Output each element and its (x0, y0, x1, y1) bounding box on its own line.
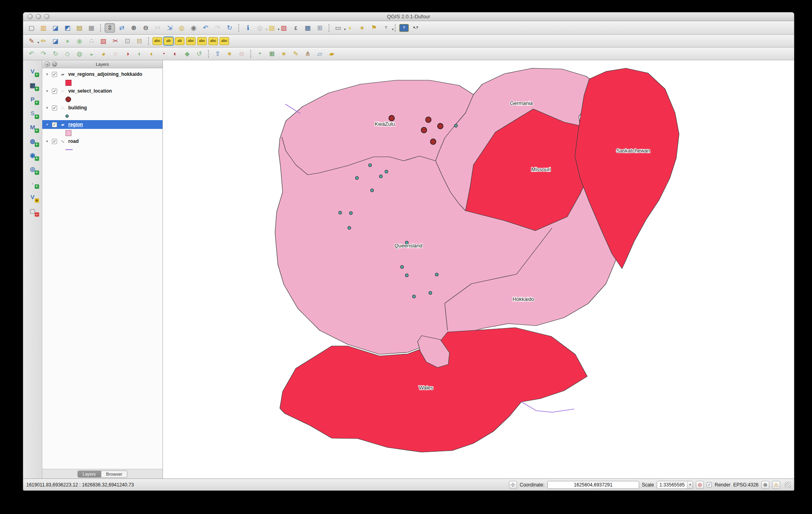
chevron-down-icon[interactable]: ▾ (687, 481, 693, 488)
messages-warning-icon[interactable]: ⚠ (772, 481, 780, 489)
add-mssql-layer-icon[interactable]: M+ (27, 122, 38, 132)
add-feature-icon[interactable]: ● (62, 36, 73, 46)
pin-unpin-labels-icon[interactable]: ab (175, 37, 184, 45)
help-contents-icon[interactable]: ? (399, 24, 409, 32)
add-ring-icon[interactable]: ◍ (74, 49, 85, 59)
toggle-editing-icon[interactable]: ✏ (38, 36, 49, 46)
zoom-button[interactable] (44, 14, 50, 19)
paste-features-icon[interactable]: ⊟ (134, 36, 145, 46)
open-project-icon[interactable]: ▥ (38, 23, 49, 33)
composer-manager-icon[interactable]: ▦ (86, 23, 97, 33)
select-by-expression-icon[interactable]: ε (291, 23, 301, 33)
zoom-out-icon[interactable]: ⊖ (141, 23, 151, 33)
rotate-feature-icon[interactable]: ↻ (50, 49, 61, 59)
render-checkbox[interactable]: ✓ (707, 482, 712, 487)
whats-this-icon[interactable]: ↖? (410, 23, 421, 33)
split-parts-icon[interactable]: ◐ (170, 49, 180, 59)
move-label-icon[interactable]: abc (197, 37, 207, 45)
zoom-native-icon[interactable]: 1:1 (152, 23, 163, 33)
pan-map-icon[interactable]: ⇳ (105, 23, 115, 33)
expand-triangle-icon[interactable]: ▼ (46, 140, 50, 143)
field-calculator-icon[interactable]: ⊞ (315, 23, 325, 33)
layer-edit-tool-icon[interactable]: ✎ (291, 49, 301, 59)
layer-item-road[interactable]: ▼✓∿road (42, 137, 162, 146)
labeling-icon[interactable]: abc (152, 37, 162, 45)
add-part-icon[interactable]: ◒ (86, 49, 97, 59)
redo-icon[interactable]: ↷ (38, 49, 49, 59)
zoom-full-icon[interactable]: ⇲ (164, 23, 175, 33)
fill-ring-icon[interactable]: ◕ (98, 49, 109, 59)
identify-features-icon[interactable]: ℹ (243, 23, 253, 33)
split-features-icon[interactable]: ◔ (158, 49, 168, 59)
current-edits-icon[interactable]: ✎▾ (26, 36, 37, 46)
stop-render-icon[interactable]: ⊘ (696, 481, 704, 489)
new-print-composer-icon[interactable]: ▤ (74, 23, 85, 33)
remove-offline-icon[interactable]: ⊖ (236, 49, 247, 59)
layer-visibility-checkbox[interactable]: ✓ (52, 72, 57, 77)
cut-features-icon[interactable]: ✂ (110, 36, 121, 46)
resize-grip[interactable] (784, 482, 791, 488)
mouse-position-toggle-icon[interactable]: ⊹ (509, 481, 517, 489)
move-feature-icon[interactable]: ◉ (74, 36, 85, 46)
zoom-last-icon[interactable]: ↶ (200, 23, 211, 33)
layer-visibility-checkbox[interactable]: ✓ (52, 139, 57, 144)
delete-part-icon[interactable]: ◑ (122, 49, 133, 59)
show-bookmarks-icon[interactable]: ⚑ (369, 23, 379, 33)
add-wfs-layer-icon[interactable]: ◎+ (27, 164, 38, 174)
save-project-icon[interactable]: ◪ (50, 23, 61, 33)
map-canvas[interactable]: KwaZuluGermaniaMissouriSaskatchewanQueen… (163, 60, 794, 478)
layer-item-vw_regions_adjoining_hokkaido[interactable]: ▼✓▰vw_regions_adjoining_hokkaido (42, 70, 162, 79)
rotate-label-icon[interactable]: abc (208, 37, 218, 45)
close-button[interactable] (28, 14, 33, 19)
save-project-as-icon[interactable]: ◩ (62, 23, 73, 33)
save-layer-edits-icon[interactable]: ◪ (50, 36, 61, 46)
refresh-map-icon[interactable]: ↻ (224, 23, 235, 33)
build-tools-icon[interactable]: ⋔ (303, 49, 313, 59)
change-label-icon[interactable]: abc (220, 37, 229, 45)
rotate-point-symbols-icon[interactable]: ↺ (194, 49, 204, 59)
offline-editing-icon[interactable]: ⇧ (212, 49, 223, 59)
attribute-table-icon[interactable]: ▦ (303, 23, 313, 33)
title-bar[interactable]: QGIS 2.0.1-Dufour (23, 12, 794, 21)
layer-item-building[interactable]: ▼✓∴building (42, 103, 162, 112)
expand-triangle-icon[interactable]: ▼ (46, 89, 50, 93)
new-vector-layer-icon[interactable]: + (255, 49, 265, 59)
add-delimited-text-layer-icon[interactable]: ,+ (27, 178, 38, 188)
layer-item-vw_select_location[interactable]: ▼✓∴vw_select_location (42, 87, 162, 95)
new-bookmark-icon[interactable]: ∗ (357, 23, 367, 33)
pan-to-selection-icon[interactable]: ⇄ (117, 23, 127, 33)
zoom-to-layer-icon[interactable]: ◉ (188, 23, 199, 33)
coordinate-input[interactable] (547, 481, 639, 489)
run-feature-action-icon[interactable]: ◎▾ (255, 23, 265, 33)
layer-visibility-checkbox[interactable]: ✓ (52, 105, 57, 111)
offset-curve-icon[interactable]: ◖ (146, 49, 156, 59)
layer-item-region[interactable]: ▼✓▰region (42, 120, 162, 129)
text-annotation-icon-dropdown[interactable]: ▾ (392, 28, 394, 31)
new-project-icon[interactable]: ▢ (26, 23, 37, 33)
text-annotation-icon[interactable]: T▾ (381, 23, 391, 33)
simplify-feature-icon[interactable]: ◇ (62, 49, 73, 59)
sync-offline-icon[interactable]: ∗ (224, 49, 235, 59)
expand-triangle-icon[interactable]: ▼ (46, 123, 50, 127)
layer-star-tool-icon[interactable]: ∗ (279, 49, 289, 59)
layer-visibility-checkbox[interactable]: ✓ (52, 89, 57, 94)
expand-triangle-icon[interactable]: ▼ (46, 73, 50, 76)
add-wcs-layer-icon[interactable]: ◉+ (27, 150, 38, 160)
zoom-to-selection-icon[interactable]: ◎ (176, 23, 187, 33)
expand-triangle-icon[interactable]: ▼ (46, 106, 50, 110)
show-hidden-labels-icon[interactable]: abc (186, 37, 196, 45)
map-tips-icon[interactable]: ◗ (345, 23, 355, 33)
add-vector-layer-icon[interactable]: V+ (27, 66, 38, 76)
panel-tab-layers[interactable]: Layers (77, 471, 101, 478)
add-raster-layer-icon[interactable]: ▦+ (27, 80, 38, 90)
new-raster-layer-icon[interactable]: ⊞ (267, 49, 277, 59)
delete-ring-icon[interactable]: ◌ (110, 49, 121, 59)
add-spatialite-layer-icon[interactable]: S+ (27, 108, 38, 118)
scale-combo[interactable]: 1:33565585 ▾ (657, 481, 693, 489)
delete-selected-icon[interactable]: ▧ (98, 36, 109, 46)
close-panel-icon[interactable]: × (45, 61, 50, 67)
zoom-in-icon[interactable]: ⊕ (129, 23, 139, 33)
float-panel-icon[interactable]: ◱ (52, 61, 57, 67)
measure-icon[interactable]: ▭▾ (333, 23, 343, 33)
crs-status-icon[interactable]: ⊛ (761, 481, 769, 489)
